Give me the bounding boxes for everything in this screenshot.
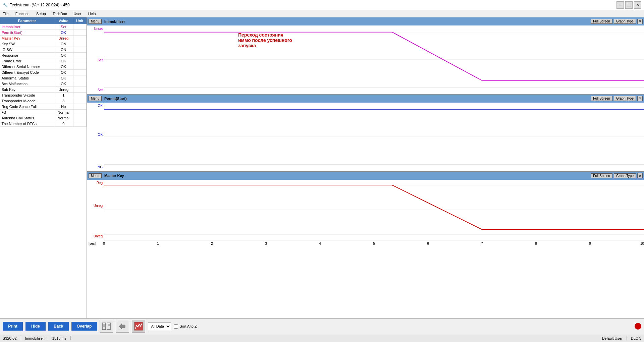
cell-value: OK (54, 81, 73, 87)
graph-area-immobiliser: Unset Set Set Переход состояния иммо пос… (87, 25, 644, 94)
menu-user[interactable]: User (72, 11, 83, 16)
status-time: 1518 ms (52, 336, 71, 340)
svg-rect-10 (107, 323, 110, 330)
table-row: ResponseOK (0, 53, 87, 58)
graph-panel: Menu Immobiliser Full Screen Graph Type … (87, 17, 644, 318)
cell-value: OK (54, 58, 73, 64)
table-row: Reg Code Space FullNo (0, 104, 87, 110)
cell-unit (73, 58, 86, 64)
toolbar-icon-2[interactable] (116, 320, 129, 333)
back-button[interactable]: Back (48, 322, 69, 331)
close-button[interactable]: ✕ (634, 1, 641, 9)
table-row: Transponder M-code3 (0, 98, 87, 104)
cell-param: Abnormal Status (0, 75, 54, 81)
cell-value: OK (54, 64, 73, 70)
sort-checkbox-wrapper: Sort A to Z (174, 324, 197, 329)
close-button-permit[interactable]: ✕ (637, 96, 643, 101)
menu-help[interactable]: Help (87, 11, 97, 16)
cell-value: 0 (54, 121, 73, 127)
cell-param: Different Serial Number (0, 64, 54, 70)
restore-button[interactable]: ⬜ (625, 1, 633, 9)
time-tick-4: 4 (319, 242, 321, 245)
cell-param: Different Encrypt Code (0, 70, 54, 75)
toolbar-icon-3[interactable] (132, 320, 145, 333)
table-row: +BNormal (0, 110, 87, 115)
cell-value: Normal (54, 115, 73, 121)
y-label-ok-top: OK (98, 104, 103, 108)
menu-function[interactable]: Function (14, 11, 31, 16)
cell-param: +B (0, 110, 54, 115)
close-button-masterkey[interactable]: ✕ (637, 173, 643, 178)
time-tick-0: 0 (103, 242, 105, 245)
minimize-button[interactable]: ─ (616, 1, 624, 9)
graph-masterkey: Menu Master Key Full Screen Graph Type ✕… (87, 172, 644, 318)
menu-setup[interactable]: Setup (35, 11, 47, 16)
menu-techdoc[interactable]: TechDoc (51, 11, 68, 16)
cell-value: OK (54, 30, 73, 36)
table-row: Different Encrypt CodeOK (0, 70, 87, 75)
cell-value: Unreg (54, 87, 73, 93)
status-user: Default User (602, 336, 627, 340)
y-label-unreg-bot: Unreg (94, 234, 103, 238)
cell-value: ON (54, 41, 73, 47)
cell-unit (73, 41, 86, 47)
param-panel: Parameter Value Unit ImmobiliserSetPermi… (0, 17, 87, 318)
toolbar-icon-1[interactable] (100, 320, 113, 333)
cell-param: The Number of DTCs (0, 121, 54, 127)
time-tick-5: 5 (373, 242, 375, 245)
graph-menu-button-masterkey[interactable]: Menu (89, 173, 102, 178)
graph-immobiliser: Menu Immobiliser Full Screen Graph Type … (87, 17, 644, 95)
menu-file[interactable]: File (1, 11, 10, 16)
title-bar-controls: ─ ⬜ ✕ (616, 1, 641, 9)
cell-param: IG SW (0, 47, 54, 53)
cell-unit (73, 93, 86, 98)
title-bar-left: 🔧 Techstream (Ver 12.20.024) - 459 (3, 3, 70, 7)
hide-button[interactable]: Hide (25, 322, 46, 331)
graph-type-button-masterkey[interactable]: Graph Type (614, 173, 636, 178)
cell-unit (73, 110, 86, 115)
print-button[interactable]: Print (3, 322, 23, 331)
table-row: Frame ErrorOK (0, 58, 87, 64)
full-screen-button-immobiliser[interactable]: Full Screen (591, 19, 612, 24)
overlap-button[interactable]: Overlap (71, 322, 97, 331)
cell-value: OK (54, 70, 73, 75)
toolbar-icon-3-svg (134, 322, 143, 331)
graph-area-permit: OK OK NG (87, 103, 644, 171)
table-row: Key SWON (0, 41, 87, 47)
cell-unit (73, 104, 86, 110)
table-row: Antenna Coil StatusNormal (0, 115, 87, 121)
toolbar-icon-1-svg (102, 322, 111, 331)
cell-unit (73, 81, 86, 87)
all-data-dropdown[interactable]: All Data (148, 322, 171, 330)
table-row: Different Serial NumberOK (0, 64, 87, 70)
graph-type-button-immobiliser[interactable]: Graph Type (614, 19, 636, 24)
y-label-unreg-mid: Unreg (94, 204, 103, 208)
full-screen-button-permit[interactable]: Full Screen (591, 96, 612, 101)
y-label-ng: NG (98, 165, 103, 169)
cell-param: Response (0, 53, 54, 58)
time-tick-7: 7 (481, 242, 483, 245)
time-axis-unit: [sec] (89, 242, 96, 245)
graph-menu-button-immobiliser[interactable]: Menu (89, 19, 102, 24)
close-button-immobiliser[interactable]: ✕ (637, 19, 643, 24)
time-axis: [sec] 0 1 2 3 4 5 6 7 8 9 10 (104, 240, 644, 247)
table-row: Transponder S-code1 (0, 93, 87, 98)
graph-svg-immobiliser (104, 25, 644, 94)
full-screen-button-masterkey[interactable]: Full Screen (591, 173, 612, 178)
graph-menu-button-permit[interactable]: Menu (89, 96, 102, 101)
cell-unit (73, 115, 86, 121)
cell-param: Permit(Start) (0, 30, 54, 36)
graph-title-permit: Permit(Start) (103, 97, 589, 101)
time-tick-9: 9 (589, 242, 591, 245)
cell-param: Frame Error (0, 58, 54, 64)
cell-unit (73, 75, 86, 81)
status-bar: S320-02 Immobiliser 1518 ms Default User… (0, 334, 644, 342)
graph-svg-masterkey (104, 180, 644, 240)
sort-checkbox[interactable] (174, 324, 178, 329)
cell-unit (73, 30, 86, 36)
graph-area-masterkey: Reg Unreg Unreg (87, 180, 644, 240)
graph-type-button-permit[interactable]: Graph Type (614, 96, 636, 101)
cell-value: No (54, 104, 73, 110)
toolbar-icon-2-svg (118, 322, 127, 331)
col-header-unit: Unit (73, 18, 86, 24)
